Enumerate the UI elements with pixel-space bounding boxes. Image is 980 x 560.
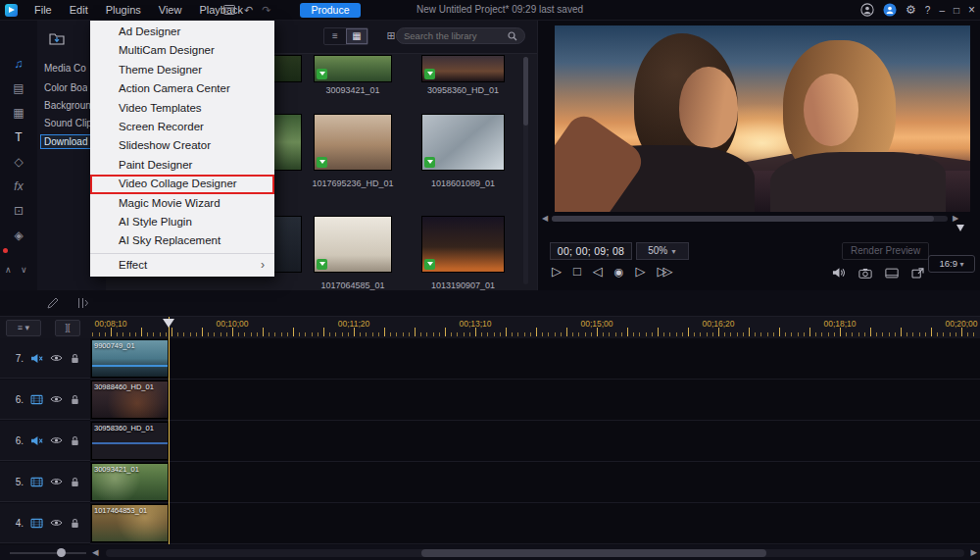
media-thumb[interactable]	[421, 216, 505, 273]
undo-icon[interactable]: ↶	[244, 0, 253, 20]
timeline-clip[interactable]: 30093421_01	[91, 463, 169, 501]
video-track-icon[interactable]	[30, 477, 43, 487]
timeline-ruler[interactable]: 00;08;10 00;10;00 00;11;20 00;13;10 00;1…	[90, 317, 980, 338]
import-media-icon[interactable]	[49, 31, 65, 45]
mute-speaker-icon[interactable]	[30, 435, 43, 446]
eye-icon[interactable]	[50, 518, 63, 528]
track-lane[interactable]: 30988460_HD_01	[90, 380, 980, 421]
account-icon[interactable]	[860, 3, 874, 17]
media-thumb[interactable]	[421, 114, 505, 171]
media-room-icon[interactable]: ♫	[0, 57, 37, 71]
minimize-icon[interactable]: –	[939, 5, 945, 16]
rail-scroll-down-icon[interactable]: ∨	[21, 265, 27, 275]
menu-item-video-templates[interactable]: Video Templates	[90, 99, 274, 118]
play-button[interactable]: ▷	[552, 263, 562, 280]
timeline-clip[interactable]: 1017464853_01	[91, 504, 169, 542]
timeline-clip[interactable]: 30958360_HD_01	[91, 422, 169, 460]
pencil-tool-icon[interactable]	[47, 297, 59, 309]
particle-room-icon[interactable]: ◈	[0, 229, 37, 242]
preview-scroll-left-icon[interactable]: ◀	[542, 214, 548, 223]
track-lane[interactable]: 1017464853_01	[90, 503, 980, 544]
stop-button[interactable]: □	[573, 263, 581, 280]
menu-item-magic-movie-wizard[interactable]: Magic Movie Wizard	[90, 194, 274, 213]
library-scrollbar[interactable]	[523, 57, 528, 284]
category-backgrounds[interactable]: Backgroun	[44, 100, 91, 111]
track-lane[interactable]: 30093421_01	[90, 462, 980, 503]
user-avatar[interactable]	[883, 3, 897, 17]
timeline-hscrollbar[interactable]	[106, 549, 964, 557]
lock-icon[interactable]	[70, 518, 80, 529]
media-thumb[interactable]	[314, 55, 392, 82]
volume-icon[interactable]	[832, 267, 846, 279]
menu-plugins[interactable]: Plugins	[97, 0, 150, 20]
close-icon[interactable]: ×	[968, 3, 975, 17]
lock-icon[interactable]	[70, 435, 80, 446]
timecode-display[interactable]: 00; 00; 09; 08	[550, 242, 632, 260]
timeline-scroll-right-icon[interactable]: ▶	[970, 547, 977, 557]
lock-icon[interactable]	[70, 394, 80, 405]
preview-hscrollbar[interactable]	[552, 216, 948, 222]
help-icon[interactable]: ?	[925, 5, 931, 16]
video-track-icon[interactable]	[30, 394, 43, 405]
preview-resize-handle-icon[interactable]	[956, 225, 964, 231]
search-input[interactable]	[404, 30, 508, 41]
settings-gear-icon[interactable]: ⚙	[906, 3, 916, 17]
list-view-icon[interactable]: ≡	[324, 28, 346, 44]
menu-item-theme-designer[interactable]: Theme Designer	[90, 61, 274, 79]
window-layout-icon[interactable]	[223, 5, 235, 15]
redo-icon[interactable]: ↷	[262, 0, 270, 20]
menu-item-ad-designer[interactable]: Ad Designer	[90, 23, 274, 41]
split-clip-button[interactable]: ][	[55, 320, 80, 336]
preview-scroll-right-icon[interactable]: ▶	[953, 214, 958, 223]
playhead-handle[interactable]	[163, 319, 174, 328]
menu-item-screen-recorder[interactable]: Screen Recorder	[90, 118, 274, 136]
title-room-icon[interactable]: T	[0, 130, 37, 144]
menu-item-paint-designer[interactable]: Paint Designer	[90, 156, 274, 175]
produce-button[interactable]: Produce	[300, 3, 361, 18]
lock-icon[interactable]	[70, 477, 80, 487]
timeline-clip[interactable]: 9900749_01	[91, 339, 169, 378]
track-lane[interactable]: 9900749_01	[90, 338, 980, 380]
menu-view[interactable]: View	[150, 0, 191, 20]
menu-item-video-collage-designer[interactable]: Video Collage Designer	[90, 175, 274, 193]
dual-preview-icon[interactable]	[885, 268, 899, 279]
render-preview-button[interactable]: Render Preview	[842, 242, 929, 260]
maximize-icon[interactable]: □	[954, 5, 959, 16]
timeline-zoom-slider[interactable]	[10, 552, 86, 554]
aspect-ratio-dropdown[interactable]: 16:9 ▾	[928, 255, 975, 273]
pip-room-icon[interactable]: ⊡	[0, 204, 37, 218]
eye-icon[interactable]	[50, 477, 63, 486]
menu-item-slideshow-creator[interactable]: Slideshow Creator	[90, 136, 274, 155]
overlay-room-icon[interactable]: ▤	[0, 81, 37, 95]
rail-scroll-up-icon[interactable]: ∧	[5, 265, 12, 275]
video-track-icon[interactable]	[30, 518, 43, 529]
effect-room-icon[interactable]: fx	[0, 179, 37, 193]
preview-hscrollbar-thumb[interactable]	[552, 216, 934, 222]
eye-icon[interactable]	[50, 353, 63, 363]
category-downloaded[interactable]: Download	[40, 134, 91, 149]
library-scrollbar-thumb[interactable]	[523, 57, 528, 126]
category-color-boards[interactable]: Color Boa	[44, 82, 87, 93]
playhead-line[interactable]	[169, 317, 170, 544]
timeline-clip[interactable]: 30988460_HD_01	[91, 381, 169, 419]
timeline-hscrollbar-thumb[interactable]	[421, 549, 766, 557]
background-room-icon[interactable]: ▦	[0, 106, 37, 120]
track-manager-button[interactable]: ≡ ▾	[6, 320, 41, 336]
timeline-scroll-left-icon[interactable]: ◀	[92, 547, 99, 557]
media-thumb[interactable]	[314, 114, 392, 171]
eye-icon[interactable]	[50, 394, 63, 404]
zoom-level-dropdown[interactable]: 50% ▼	[636, 242, 689, 260]
menu-item-action-camera-center[interactable]: Action Camera Center	[90, 79, 274, 98]
menu-item-effect[interactable]: Effect ›	[90, 256, 274, 275]
eye-icon[interactable]	[50, 435, 63, 445]
next-frame-button[interactable]: ▷	[635, 263, 645, 280]
media-thumb[interactable]	[314, 216, 392, 273]
transition-room-icon[interactable]: ◇	[0, 155, 37, 169]
snapshot-camera-icon[interactable]	[858, 268, 872, 279]
category-media-content[interactable]: Media Co	[44, 63, 86, 74]
category-sound-clips[interactable]: Sound Clip	[44, 118, 92, 128]
fast-forward-button[interactable]: ▷▷	[657, 263, 672, 280]
timeline-zoom-knob[interactable]	[57, 548, 66, 557]
undock-preview-icon[interactable]	[911, 268, 924, 279]
menu-item-ai-sky-replacement[interactable]: AI Sky Replacement	[90, 231, 274, 250]
